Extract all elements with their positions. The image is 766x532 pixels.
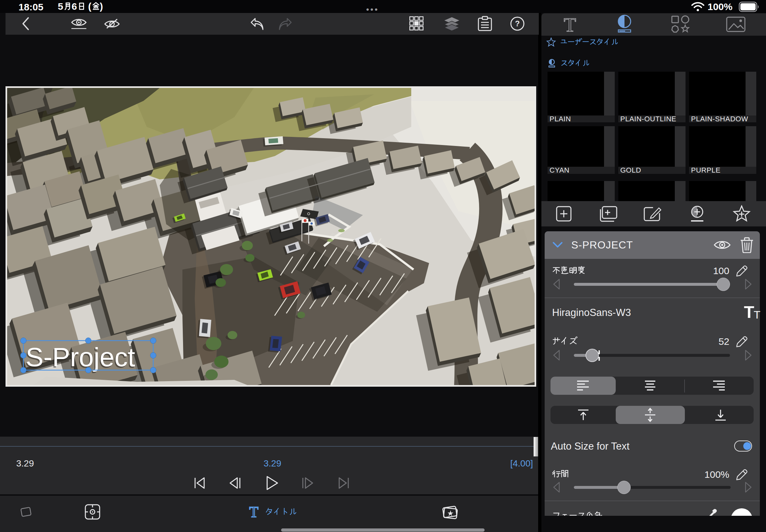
svg-text:S-Project: S-Project: [26, 342, 135, 372]
svg-text:6: 6: [72, 1, 77, 12]
svg-text:): ): [100, 1, 103, 12]
svg-text:T: T: [564, 14, 576, 35]
svg-text:?: ?: [515, 19, 520, 28]
svg-text:(: (: [88, 1, 91, 12]
svg-text:T: T: [249, 504, 258, 520]
svg-text:5: 5: [58, 1, 63, 12]
svg-text:T: T: [744, 304, 754, 321]
svg-text:T: T: [754, 308, 760, 321]
